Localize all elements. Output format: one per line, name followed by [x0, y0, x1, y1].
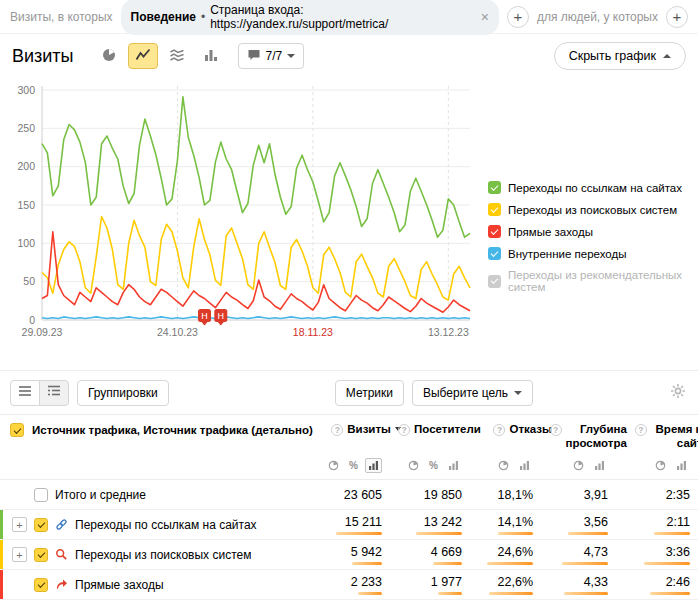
row-label[interactable]: Переходы из поисковых систем: [75, 548, 251, 562]
chart-header: Визиты 7/7 Скрыть график: [0, 34, 698, 78]
legend-item-links[interactable]: Переходы по ссылкам на сайтах: [488, 181, 698, 194]
groupings-button[interactable]: Группировки: [77, 380, 169, 406]
cell-visitors: 13 242: [390, 515, 470, 535]
pie-view-icon[interactable]: [495, 458, 512, 473]
metrics-button[interactable]: Метрики: [335, 380, 404, 406]
segment-filter-bar: Визиты, в которых Поведение • Страница в…: [0, 0, 698, 34]
legend-item-internal[interactable]: Внутренние переходы: [488, 247, 698, 260]
table-header: Источник трафика, Источник трафика (дета…: [0, 414, 698, 452]
cell-bounce: 24,6%: [470, 545, 541, 565]
bars-view-icon[interactable]: [365, 458, 382, 473]
svg-text:18.11.23: 18.11.23: [293, 326, 333, 338]
column-header-depth[interactable]: ? Глубина просмотра: [560, 423, 635, 450]
filter-chip-category: Поведение: [131, 10, 196, 24]
bars-view-icon[interactable]: [445, 458, 462, 473]
cell-visitors: 1 977: [390, 575, 470, 595]
column-header-visits[interactable]: ? Визиты: [313, 423, 409, 437]
expand-row-button[interactable]: +: [12, 517, 27, 532]
cell-visitors: 4 669: [390, 545, 470, 565]
row-label[interactable]: Прямые заходы: [75, 578, 164, 592]
gear-icon: [670, 387, 686, 402]
bars-view-icon[interactable]: [516, 458, 533, 473]
columns-chart-icon: [203, 47, 219, 66]
add-visit-filter-button[interactable]: +: [507, 6, 529, 28]
expand-row-button[interactable]: +: [12, 547, 27, 562]
legend-item-search[interactable]: Переходы из поисковых систем: [488, 203, 698, 216]
svg-text:13.12.23: 13.12.23: [428, 326, 469, 338]
pie-view-icon[interactable]: [652, 458, 669, 473]
column-label: Посетители: [414, 423, 481, 437]
yandex-metrica-report: Визиты, в которых Поведение • Страница в…: [0, 0, 698, 605]
flat-list-view-button[interactable]: [10, 380, 40, 406]
value-bar: [438, 592, 462, 595]
value-bar: [562, 562, 608, 565]
tree-view-button[interactable]: [39, 380, 69, 406]
add-people-filter-button[interactable]: +: [666, 6, 688, 28]
pie-chart-type-button[interactable]: [94, 43, 124, 69]
legend-label: Переходы по ссылкам на сайтах: [508, 182, 682, 194]
columns-chart-type-button[interactable]: [196, 43, 226, 69]
row-checkbox[interactable]: [34, 548, 48, 562]
remove-filter-icon[interactable]: ×: [481, 9, 489, 25]
row-checkbox[interactable]: [34, 578, 48, 592]
table-row-links: + Переходы по ссылкам на сайтах 15 211 1…: [0, 510, 698, 540]
checkbox-icon: [488, 247, 501, 260]
chart-legend: Переходы по ссылкам на сайтах Переходы и…: [488, 181, 698, 293]
cell-visitors: 19 850: [390, 488, 470, 502]
settings-button[interactable]: [668, 381, 688, 404]
flat-list-icon: [17, 383, 33, 402]
help-icon: ?: [635, 424, 647, 436]
value-bar: [498, 532, 533, 535]
value-bar: [352, 562, 382, 565]
cell-time: 2:35: [616, 488, 698, 502]
bars-view-icon[interactable]: [591, 458, 608, 473]
row-checkbox[interactable]: [34, 518, 48, 532]
checkbox-icon: [488, 275, 501, 288]
chevron-down-icon: [514, 391, 522, 395]
svg-text:Н: Н: [218, 311, 225, 321]
annotations-dropdown[interactable]: 7/7: [238, 43, 305, 69]
value-bar: [358, 592, 382, 595]
line-chart-icon: [135, 47, 151, 66]
svg-text:150: 150: [17, 199, 35, 211]
page-title: Визиты: [12, 46, 74, 67]
line-chart-type-button[interactable]: [128, 43, 158, 69]
column-header-visitors[interactable]: ? Посетители: [409, 423, 489, 437]
value-bar: [416, 532, 462, 535]
checkbox-icon: [488, 181, 501, 194]
pie-view-icon[interactable]: [405, 458, 422, 473]
row-label[interactable]: Переходы по ссылкам на сайтах: [75, 518, 257, 532]
hide-chart-label: Скрыть график: [569, 49, 656, 63]
bars-view-icon[interactable]: [673, 458, 690, 473]
legend-item-direct[interactable]: Прямые заходы: [488, 225, 698, 238]
row-color-strip: [0, 510, 3, 539]
tree-list-icon: [46, 383, 62, 402]
cell-bounce: 14,1%: [470, 515, 541, 535]
select-all-checkbox[interactable]: [10, 423, 24, 437]
help-icon: ?: [331, 424, 343, 436]
goal-select-dropdown[interactable]: Выберите цель: [412, 380, 533, 406]
svg-text:200: 200: [17, 160, 35, 172]
row-checkbox[interactable]: [34, 488, 48, 502]
table-row-direct: + Прямые заходы 2 233 1 977 22,6% 4,33 2…: [0, 570, 698, 600]
legend-item-recommendations[interactable]: Переходы из рекомендательных систем: [488, 269, 698, 293]
cell-depth: 4,33: [541, 575, 616, 595]
legend-label: Прямые заходы: [508, 226, 593, 238]
value-bar: [568, 532, 608, 535]
pie-view-icon[interactable]: [325, 458, 342, 473]
column-label: Глубина просмотра: [566, 423, 627, 450]
percent-view-icon[interactable]: %: [426, 458, 441, 473]
stacked-chart-type-button[interactable]: [162, 43, 192, 69]
value-bar: [336, 532, 382, 535]
pie-view-icon[interactable]: [570, 458, 587, 473]
filter-chip[interactable]: Поведение • Страница входа: https://yand…: [121, 0, 499, 35]
value-bar: [433, 562, 462, 565]
column-header-time[interactable]: ? Время на сайте: [635, 423, 698, 450]
percent-view-icon[interactable]: %: [346, 458, 361, 473]
help-icon: ?: [550, 424, 562, 436]
help-icon: ?: [493, 424, 505, 436]
hide-chart-button[interactable]: Скрыть график: [554, 42, 686, 70]
filter-chip-condition: Страница входа: https://yandex.ru/suppor…: [210, 3, 474, 31]
value-bar: [644, 562, 690, 565]
column-label: Визиты: [347, 423, 391, 437]
